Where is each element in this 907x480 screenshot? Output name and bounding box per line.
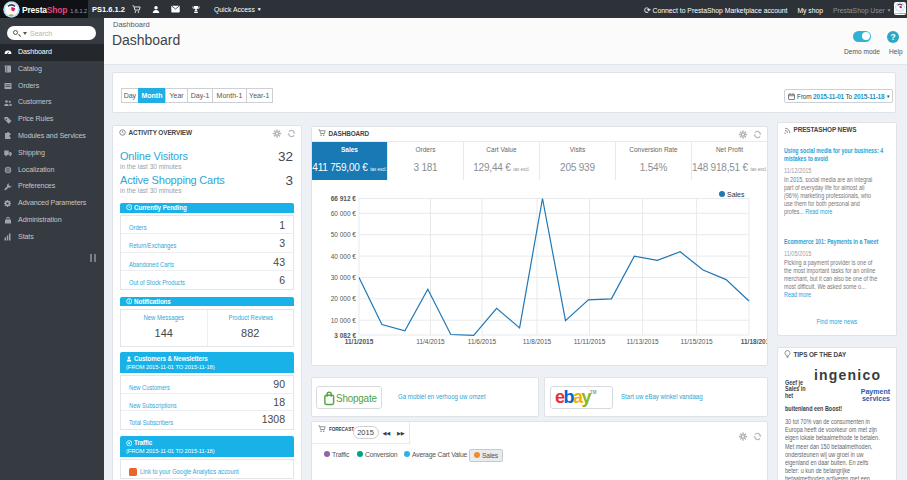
svg-text:11/1/2015: 11/1/2015	[345, 337, 374, 344]
svg-text:11/18/201: 11/18/201	[741, 337, 767, 344]
svg-text:66 912 €: 66 912 €	[331, 195, 357, 202]
svg-text:40 000 €: 40 000 €	[331, 252, 357, 259]
svg-text:11/15/2015: 11/15/2015	[681, 337, 713, 344]
svg-text:11/13/2015: 11/13/2015	[627, 337, 659, 344]
svg-text:11/4/2015: 11/4/2015	[416, 337, 445, 344]
svg-text:50 000 €: 50 000 €	[331, 231, 357, 238]
svg-text:60 000 €: 60 000 €	[331, 209, 357, 216]
svg-text:10 000 €: 10 000 €	[331, 316, 357, 323]
svg-text:11/6/2015: 11/6/2015	[468, 337, 497, 344]
svg-text:11/8/2015: 11/8/2015	[523, 337, 552, 344]
svg-text:Sales: Sales	[727, 190, 745, 197]
svg-text:20 000 €: 20 000 €	[331, 295, 357, 302]
svg-text:11/11/2015: 11/11/2015	[574, 337, 606, 344]
svg-text:30 000 €: 30 000 €	[331, 273, 357, 280]
